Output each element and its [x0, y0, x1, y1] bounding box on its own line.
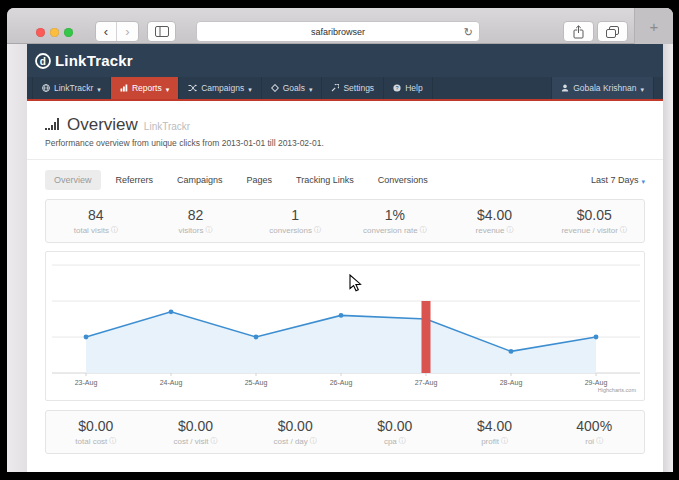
nav-label: LinkTrackr	[54, 83, 93, 93]
tab-pages[interactable]: Pages	[238, 170, 282, 190]
range-label: Last 7 Days	[591, 175, 639, 185]
mouse-cursor	[349, 274, 362, 293]
history-nav-group: ‹ ›	[95, 21, 139, 42]
address-bar[interactable]: safaribrowser ↻	[196, 21, 480, 42]
nav-label: Settings	[343, 83, 374, 93]
stat-value: 82	[188, 207, 204, 223]
stat-label: conversions	[269, 226, 312, 235]
info-icon[interactable]: ⓘ	[211, 436, 218, 446]
svg-text:?: ?	[396, 85, 399, 91]
safari-window: ‹ › safaribrowser ↻	[7, 8, 673, 472]
svg-text:27-Aug: 27-Aug	[415, 379, 438, 387]
stat-label: conversion rate	[363, 226, 418, 235]
stat-conversions: 1 conversionsⓘ	[245, 200, 345, 242]
minimize-window-button[interactable]	[50, 28, 59, 37]
stat-label: total cost	[75, 437, 107, 446]
nav-item-goals[interactable]: Goals ▾	[262, 77, 323, 99]
chevron-down-icon: ▾	[309, 86, 313, 93]
nav-label: Campaigns	[201, 83, 244, 93]
app-logo[interactable]: d LinkTrackr	[34, 52, 133, 70]
info-icon[interactable]: ⓘ	[314, 225, 321, 235]
nav-item-help[interactable]: ? Help	[384, 77, 432, 99]
info-icon[interactable]: ⓘ	[310, 436, 317, 446]
tab-campaigns[interactable]: Campaigns	[168, 170, 232, 190]
app-header: d LinkTrackr	[27, 44, 663, 77]
linktrackr-page: d LinkTrackr LinkTrackr ▾	[27, 44, 663, 472]
stat-value: 1%	[385, 207, 405, 223]
linktrackr-logo-icon: d	[34, 52, 52, 70]
page-body: Overview LinkTrackr Performance overview…	[27, 101, 663, 472]
info-icon[interactable]: ⓘ	[596, 436, 603, 446]
stat-value: $4.00	[477, 207, 512, 223]
svg-text:29-Aug: 29-Aug	[585, 379, 608, 387]
forward-button[interactable]: ›	[117, 22, 138, 41]
plus-icon: +	[650, 18, 659, 35]
tabs-icon	[606, 26, 619, 38]
info-icon[interactable]: ⓘ	[501, 436, 508, 446]
stat-label: visitors	[179, 226, 204, 235]
stat-value: $0.00	[377, 418, 412, 434]
tab-tracking-links[interactable]: Tracking Links	[287, 170, 363, 190]
stat-label: total visits	[74, 226, 109, 235]
sidebar-toggle-button[interactable]	[147, 21, 176, 42]
svg-text:25-Aug: 25-Aug	[245, 379, 268, 387]
screenshot-stage: ‹ › safaribrowser ↻	[0, 0, 679, 480]
stat-profit: $4.00 profitⓘ	[445, 411, 545, 453]
bar-chart-icon	[120, 84, 128, 92]
info-icon[interactable]: ⓘ	[420, 225, 427, 235]
nav-item-settings[interactable]: Settings	[322, 77, 384, 99]
info-icon[interactable]: ⓘ	[506, 225, 513, 235]
zoom-window-button[interactable]	[64, 28, 73, 37]
info-icon[interactable]: ⓘ	[111, 225, 118, 235]
stat-roi: 400% roiⓘ	[544, 411, 644, 453]
stat-value: $0.00	[278, 418, 313, 434]
date-range-selector[interactable]: Last 7 Days ▾	[591, 175, 645, 185]
nav-item-reports[interactable]: Reports ▾	[111, 77, 179, 99]
globe-icon	[42, 84, 50, 92]
info-icon[interactable]: ⓘ	[620, 225, 627, 235]
info-icon[interactable]: ⓘ	[205, 225, 212, 235]
info-icon[interactable]: ⓘ	[109, 436, 116, 446]
help-icon: ?	[393, 84, 401, 92]
nav-item-linktrackr[interactable]: LinkTrackr ▾	[32, 77, 111, 99]
stat-label: cost / day	[274, 437, 308, 446]
user-menu[interactable]: Gobala Krishnan ▾	[551, 77, 654, 99]
visits-chart[interactable]: 23-Aug24-Aug25-Aug26-Aug27-Aug28-Aug29-A…	[45, 251, 645, 401]
close-window-button[interactable]	[36, 28, 45, 37]
page-heading: Overview LinkTrackr	[45, 115, 645, 135]
browser-titlebar: ‹ › safaribrowser ↻	[7, 8, 673, 44]
user-icon	[561, 84, 569, 92]
svg-text:Highcharts.com: Highcharts.com	[598, 387, 637, 393]
page-title-suffix: LinkTrackr	[144, 121, 190, 132]
stats-top: 84 total visitsⓘ 82 visitorsⓘ 1 conversi…	[45, 199, 645, 243]
tab-referrers[interactable]: Referrers	[107, 170, 163, 190]
refresh-icon[interactable]: ↻	[464, 26, 473, 39]
svg-text:28-Aug: 28-Aug	[500, 379, 523, 387]
wrench-icon	[331, 84, 339, 92]
info-icon[interactable]: ⓘ	[399, 436, 406, 446]
diamond-icon	[271, 84, 279, 92]
svg-text:23-Aug: 23-Aug	[75, 379, 98, 387]
visits-chart-svg: 23-Aug24-Aug25-Aug26-Aug27-Aug28-Aug29-A…	[46, 252, 646, 400]
window-content: d LinkTrackr LinkTrackr ▾	[7, 44, 673, 472]
share-icon	[573, 25, 584, 39]
tab-overview-button[interactable]	[597, 21, 628, 42]
stat-label: cpa	[384, 437, 397, 446]
tab-conversions[interactable]: Conversions	[369, 170, 437, 190]
stat-cpa: $0.00 cpaⓘ	[345, 411, 445, 453]
stat-label: roi	[585, 437, 594, 446]
report-tabs: Overview Referrers Campaigns Pages Track…	[45, 170, 645, 190]
stat-total-visits: 84 total visitsⓘ	[46, 200, 146, 242]
new-tab-button[interactable]: +	[634, 8, 673, 44]
stat-value: 84	[88, 207, 104, 223]
chevron-down-icon: ▾	[640, 86, 644, 93]
back-button[interactable]: ‹	[96, 22, 117, 41]
share-button[interactable]	[563, 21, 594, 42]
stat-visitors: 82 visitorsⓘ	[146, 200, 246, 242]
svg-text:24-Aug: 24-Aug	[160, 379, 183, 387]
tab-overview[interactable]: Overview	[45, 170, 101, 190]
nav-item-campaigns[interactable]: Campaigns ▾	[179, 77, 262, 99]
section-divider	[27, 159, 663, 160]
stat-value: $0.00	[78, 418, 113, 434]
stat-cost-day: $0.00 cost / dayⓘ	[245, 411, 345, 453]
